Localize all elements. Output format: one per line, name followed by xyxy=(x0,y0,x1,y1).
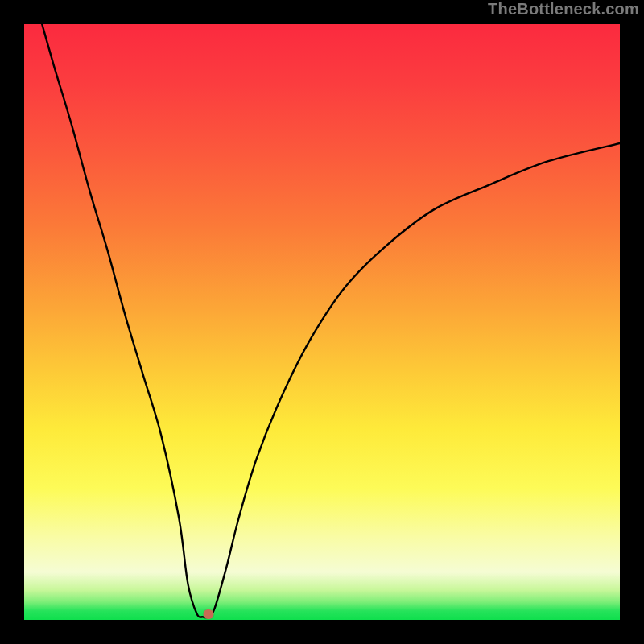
bottleneck-curve xyxy=(24,24,620,620)
curve-minimum-marker xyxy=(204,609,214,619)
chart-frame: TheBottleneck.com xyxy=(0,0,644,644)
watermark-text: TheBottleneck.com xyxy=(488,0,639,19)
plot-area xyxy=(24,24,620,620)
